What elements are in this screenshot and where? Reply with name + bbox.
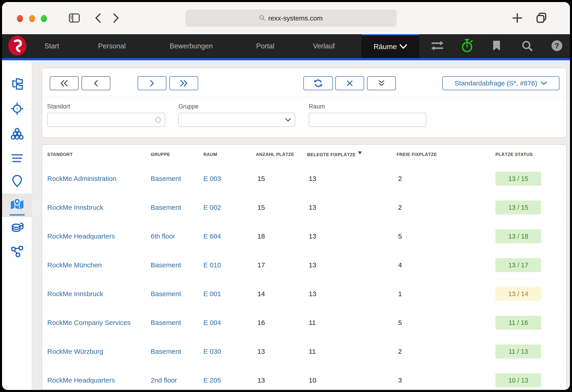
sort-desc-icon [358,151,362,154]
belegte-fixplaetze-value: 13 [307,175,397,182]
sidebar-toggle-icon[interactable] [69,13,80,24]
table-row[interactable]: RockMe Innsbruck Basement E 001 14 13 1 … [42,279,566,308]
anzahl-plaetze-value: 17 [256,261,307,269]
refresh-button[interactable] [303,76,333,90]
nav-item-raeume-active[interactable]: Räume [362,34,419,58]
standort-link[interactable]: RockMe Headquarters [47,377,115,384]
belegte-fixplaetze-value: 13 [307,204,397,211]
column-header-gruppe[interactable]: GRUPPE [151,152,203,157]
table-row[interactable]: RockMe Headquarters 6th floor E 604 18 1… [42,222,566,250]
column-header-raum[interactable]: RAUM [203,152,256,157]
swap-icon[interactable] [430,40,444,52]
bookmark-icon[interactable] [492,40,501,52]
tab-overview-icon[interactable] [536,12,548,25]
expand-button[interactable] [367,76,396,90]
anzahl-plaetze-value: 18 [256,232,307,240]
zoom-window-button[interactable] [41,15,47,22]
gruppe-link[interactable]: 2nd floor [151,377,177,384]
table-row[interactable]: RockMe München Basement E 010 17 13 4 13… [42,250,566,279]
plaetze-status-badge: 13 / 17 [495,258,541,272]
standort-link[interactable]: RockMe Innsbruck [47,290,103,298]
crosshair-icon[interactable] [11,102,24,116]
standort-input-field[interactable] [48,113,165,126]
new-tab-icon[interactable] [512,13,523,24]
query-dropdown-label: Standardabfrage (S*, #876) [455,79,537,87]
query-dropdown[interactable]: Standardabfrage (S*, #876) [442,76,559,90]
close-window-button[interactable] [17,15,23,22]
column-header-freie[interactable]: FREIE FIXPLÄTZE [397,152,495,157]
freie-fixplaetze-value: 2 [397,204,495,211]
column-header-belegte[interactable]: BELEGTE FIXPLÄTZE [307,151,397,157]
prev-page-button[interactable] [81,76,110,90]
standort-link[interactable]: RockMe Innsbruck [47,204,103,211]
gruppe-link[interactable]: Basement [151,261,181,269]
gruppe-link[interactable]: Basement [151,175,181,182]
anzahl-plaetze-value: 15 [256,175,307,182]
gruppe-link[interactable]: Basement [151,348,181,355]
folder-tree-icon[interactable] [11,77,24,91]
next-page-button[interactable] [138,76,166,90]
network-icon[interactable] [10,245,24,258]
table-row[interactable]: RockMe Würzburg Basement E 030 13 11 2 1… [42,337,566,366]
standort-link[interactable]: RockMe Headquarters [47,232,115,240]
freie-fixplaetze-value: 3 [397,377,495,384]
nav-item-verlauf[interactable]: Verlauf [313,42,335,50]
first-page-button[interactable] [50,76,79,90]
list-lines-icon[interactable] [11,153,24,164]
column-header-status[interactable]: PLÄTZE STATUS [495,152,541,157]
raum-link[interactable]: E 001 [203,290,221,298]
nav-item-portal[interactable]: Portal [256,42,274,50]
clear-button[interactable] [335,76,364,90]
gruppe-link[interactable]: Basement [151,290,181,298]
column-header-anzahl[interactable]: ANZAHL PLÄTZE [256,152,307,157]
group-circles-icon[interactable] [10,127,24,141]
plaetze-status-badge: 11 / 13 [495,345,541,359]
gruppe-link[interactable]: Basement [151,204,181,211]
gruppe-link[interactable]: Basement [151,319,181,326]
last-page-button[interactable] [169,76,198,90]
raum-link[interactable]: E 604 [203,232,221,240]
table-row[interactable]: RockMe Headquarters 2nd floor E 205 13 1… [42,366,566,390]
anzahl-plaetze-value: 15 [256,204,307,211]
map-pin-icon[interactable] [11,174,23,189]
filter-label-standort: Standort [47,103,70,110]
raum-link[interactable]: E 205 [203,377,221,384]
raum-link[interactable]: E 003 [203,175,221,182]
back-icon[interactable] [95,13,101,24]
gruppe-link[interactable]: 6th floor [151,232,175,240]
standort-link[interactable]: RockMe Würzburg [47,348,103,355]
rexx-logo[interactable] [8,35,27,57]
chevron-down-icon [399,43,407,51]
stopwatch-icon[interactable] [461,38,474,54]
nav-item-personal[interactable]: Personal [98,42,126,50]
table-row[interactable]: RockMe Company Services Basement E 004 1… [42,308,566,337]
standort-input[interactable] [47,113,165,127]
database-icon[interactable] [10,221,24,235]
search-icon[interactable] [521,40,533,53]
standort-link[interactable]: RockMe München [47,261,102,269]
nav-item-bewerbungen[interactable]: Bewerbungen [170,42,213,50]
raum-link[interactable]: E 004 [203,319,221,326]
minimize-window-button[interactable] [29,15,35,22]
standort-link[interactable]: RockMe Company Services [47,319,131,326]
belegte-fixplaetze-value: 13 [307,290,397,298]
anzahl-plaetze-value: 14 [256,290,307,298]
table-row[interactable]: RockMe Administration Basement E 003 15 … [42,164,566,193]
raum-input[interactable] [309,113,426,127]
raum-input-field[interactable] [309,113,426,126]
url-bar[interactable]: rexx-systems.com [185,9,397,27]
help-icon[interactable]: ? [551,40,563,52]
column-header-standort[interactable]: STANDORT [47,152,151,157]
filter-label-gruppe: Gruppe [178,103,199,110]
raum-link[interactable]: E 030 [203,348,221,355]
table-row[interactable]: RockMe Innsbruck Basement E 002 15 13 2 … [42,193,566,222]
nav-item-start[interactable]: Start [44,42,59,50]
sidebar-active-underline [9,214,25,216]
raum-link[interactable]: E 010 [203,261,221,269]
forward-icon[interactable] [113,13,119,24]
map-active-icon[interactable] [9,198,25,212]
raum-link[interactable]: E 002 [203,204,221,211]
svg-text:?: ? [555,42,559,50]
standort-link[interactable]: RockMe Administration [47,175,116,182]
gruppe-select[interactable] [178,113,295,127]
